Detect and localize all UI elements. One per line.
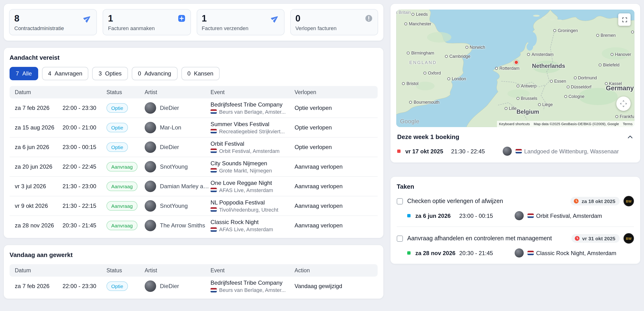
map-city-label: Manchester — [404, 21, 431, 26]
table-row[interactable]: vr 3 jul 2026 21:30 - 23:00 Aanvraag Dam… — [10, 177, 378, 196]
map-city-label: Brussels — [516, 96, 537, 101]
artist-name: SnotYoung — [160, 163, 188, 170]
fullscreen-button[interactable] — [618, 13, 631, 26]
booking-date: za 28 nov 2026 — [415, 250, 459, 256]
map-country-label: Belgium — [516, 108, 539, 115]
stat-label: Contractadministratie — [14, 25, 92, 31]
tab-label: Opties — [105, 70, 122, 77]
week-title: Deze week 1 boeking — [397, 133, 459, 140]
stat-verlopen-facturen[interactable]: 0 Verlopen facturen — [290, 9, 378, 35]
artist-avatar — [145, 102, 156, 114]
booking-event: Classic Rock Night, Amsterdam — [536, 250, 616, 256]
artist-name: DieDier — [160, 105, 179, 111]
alert-icon — [365, 14, 373, 23]
today-card: Vandaag aan gewerkt Datum Status Artist … — [3, 245, 384, 299]
filter-tabs: 7 Alle 4 Aanvragen 3 Opties 0 Advancing … — [10, 67, 378, 80]
booking-time: 22:00 - 23:30 — [62, 105, 106, 111]
tab-aanvragen[interactable]: 4 Aanvragen — [42, 67, 88, 80]
stat-label: Verlopen facturen — [296, 25, 373, 31]
status-badge: Optie — [106, 282, 128, 291]
due-date-badge: vr 31 okt 2025 — [571, 234, 620, 243]
map-country-label: Germany — [606, 85, 634, 92]
task-checkbox[interactable] — [397, 198, 403, 204]
tasks-card: Taken Checken optie verlengen of afwijze… — [390, 176, 641, 264]
task-booking-row[interactable]: za 28 nov 2026 20:30 - 21:45 Classic Roc… — [407, 248, 634, 257]
map-marker[interactable] — [514, 60, 518, 65]
task-item: Checken optie verlengen of afwijzen za 1… — [397, 196, 634, 206]
artist-name: DieDier — [160, 283, 179, 290]
stat-facturen-verzenden[interactable]: 1 Facturen verzenden — [196, 9, 284, 35]
table-row[interactable]: za 15 aug 2026 20:00 - 21:00 Optie Mar-L… — [10, 118, 378, 138]
plus-icon — [177, 14, 186, 23]
send-icon — [82, 13, 94, 24]
tab-alle[interactable]: 7 Alle — [10, 67, 38, 80]
table-row[interactable]: za 6 jun 2026 23:00 - 00:15 Optie DieDie… — [10, 138, 378, 157]
week-header: Deze week 1 boeking — [396, 133, 634, 140]
table-row[interactable]: za 20 jun 2026 22:00 - 22:45 Aanvraag Sn… — [10, 157, 378, 177]
map-region-label: t Britain — [396, 10, 411, 15]
send-icon — [270, 13, 281, 24]
clock-icon — [574, 198, 579, 204]
artist-avatar — [145, 122, 156, 133]
tab-advancing[interactable]: 0 Advancing — [132, 67, 177, 80]
tab-opties[interactable]: 3 Opties — [92, 67, 128, 80]
nl-flag-icon — [516, 149, 522, 153]
pan-control[interactable] — [616, 97, 631, 111]
booking-date: za 6 jun 2026 — [15, 144, 62, 150]
map-city-label: Norwich — [465, 45, 485, 50]
artist-avatar — [145, 200, 156, 212]
map[interactable]: Leeds Manchester Groningen Bremen Norwic… — [396, 10, 634, 127]
booking-status-square — [407, 251, 410, 255]
tab-label: Aanvragen — [55, 70, 82, 77]
map-city-label: Oxford — [424, 71, 441, 76]
table-row[interactable]: za 28 nov 2026 20:30 - 21:45 Aanvraag Th… — [10, 216, 378, 235]
booking-venue: Landgoed de Wittenburg, Wassenaar — [524, 148, 619, 155]
action-label: Vandaag gewijzigd — [294, 283, 372, 290]
stat-label: Facturen aanmaken — [108, 25, 186, 31]
event-name: NL Poppodia Festival — [210, 199, 294, 206]
status-badge: Optie — [106, 142, 128, 152]
stat-contractadministratie[interactable]: 8 Contractadministratie — [9, 9, 97, 35]
col-event: Event — [210, 89, 294, 95]
col-datum: Datum — [15, 267, 62, 273]
clock-icon — [574, 235, 580, 241]
artist-name: SnotYoung — [160, 203, 188, 209]
expired-label: Optie verlopen — [294, 144, 372, 150]
table-row[interactable]: za 7 feb 2026 22:00 - 23:30 Optie DieDie… — [10, 277, 378, 296]
booking-status-square — [397, 150, 400, 153]
event-venue: Beurs van Berlage, Amster... — [219, 287, 286, 293]
status-badge: Optie — [106, 123, 128, 132]
tasks-title: Taken — [397, 183, 634, 190]
chevron-up-icon[interactable] — [627, 134, 634, 140]
booking-time: 22:00 - 23:30 — [62, 283, 106, 290]
tab-count: 0 — [138, 70, 141, 77]
artist-avatar — [503, 147, 512, 156]
status-badge: Aanvraag — [106, 201, 138, 211]
map-city-label: Groningen — [554, 29, 578, 33]
tab-kansen[interactable]: 0 Kansen — [181, 67, 220, 80]
terms-link[interactable]: Terms — [621, 121, 634, 127]
table-row[interactable]: vr 9 okt 2026 21:30 - 22:15 Aanvraag Sno… — [10, 196, 378, 216]
nl-flag-icon — [210, 110, 217, 114]
booking-time: 21:30 - 23:00 — [62, 183, 106, 190]
stat-facturen-aanmaken[interactable]: 1 Facturen aanmaken — [103, 9, 191, 35]
keyboard-shortcuts-link[interactable]: Keyboard shortcuts — [497, 121, 532, 127]
task-checkbox[interactable] — [397, 235, 403, 241]
due-date: vr 31 okt 2025 — [582, 235, 615, 241]
table-header: Datum Status Artist Event Action — [10, 264, 378, 277]
status-badge: Aanvraag — [106, 182, 138, 191]
nl-flag-icon — [210, 208, 217, 212]
week-booking-row[interactable]: vr 17 okt 2025 21:30 - 22:45 Landgoed de… — [396, 147, 634, 157]
col-datum: Datum — [15, 89, 62, 95]
task-booking-row[interactable]: za 6 jun 2026 23:00 - 00:15 Orbit Festiv… — [407, 211, 634, 220]
tab-count: 7 — [16, 70, 19, 77]
event-name: City Sounds Nijmegen — [210, 160, 294, 167]
stat-label: Facturen verzenden — [202, 25, 279, 31]
map-city-label: Dortmund — [574, 76, 597, 80]
table-row[interactable]: za 7 feb 2026 22:00 - 23:30 Optie DieDie… — [10, 98, 378, 118]
map-data-text: Map data ©2025 GeoBasis-DE/BKG (©2009), … — [532, 121, 621, 127]
expired-label: Aanvraag verlopen — [294, 183, 372, 190]
artist-avatar — [145, 181, 156, 192]
event-venue: Recreatiegebied Strijkviert... — [219, 129, 285, 134]
tab-count: 0 — [188, 70, 190, 77]
